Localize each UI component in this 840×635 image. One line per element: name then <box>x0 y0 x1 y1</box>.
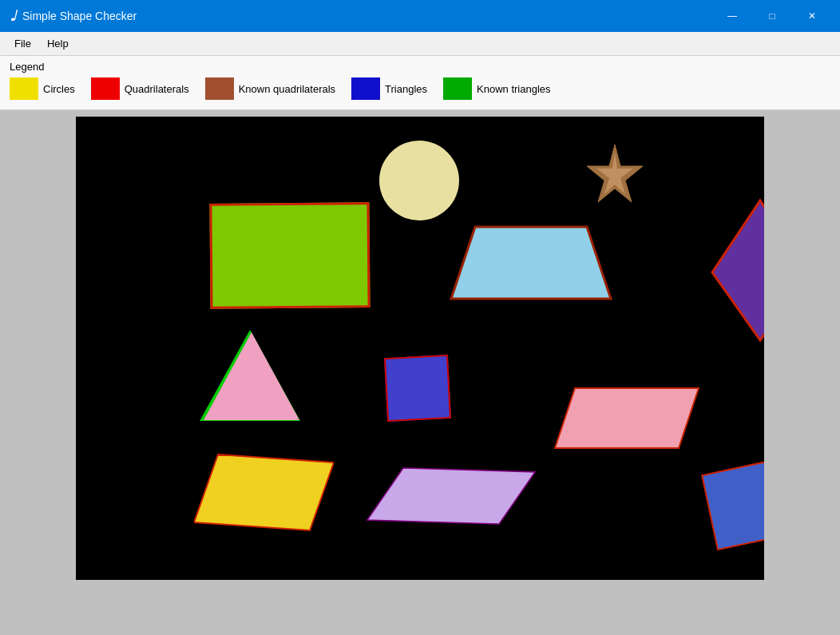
quadrilaterals-swatch <box>91 77 120 100</box>
known-quadrilaterals-swatch <box>205 77 234 100</box>
purple-parallelogram <box>363 464 539 531</box>
legend-circles: Circles <box>10 77 75 100</box>
yellow-quadrilateral <box>194 450 334 538</box>
star-shape <box>579 141 651 216</box>
minimize-button[interactable]: — <box>714 3 751 29</box>
svg-marker-5 <box>194 454 334 530</box>
blue-rectangle-br <box>705 458 764 550</box>
svg-marker-2 <box>451 227 611 299</box>
pink-parallelogram <box>551 384 703 455</box>
maximize-button[interactable]: □ <box>754 3 790 29</box>
known-quadrilaterals-label: Known quadrilaterals <box>239 83 335 95</box>
triangles-swatch <box>351 77 380 100</box>
green-rectangle <box>209 202 370 309</box>
known-triangles-label: Known triangles <box>477 83 551 95</box>
pink-triangle <box>204 332 299 420</box>
svg-marker-7 <box>702 451 764 550</box>
svg-marker-6 <box>367 468 535 524</box>
circle-shape <box>379 141 459 220</box>
legend-items: Circles Quadrilaterals Known quadrilater… <box>10 77 830 100</box>
known-triangles-swatch <box>443 77 472 100</box>
circles-swatch <box>10 77 38 100</box>
legend-bar: Legend Circles Quadrilaterals Known quad… <box>0 56 840 110</box>
triangles-label: Triangles <box>385 83 427 95</box>
help-menu[interactable]: Help <box>39 34 77 53</box>
app-title: Simple Shape Checker <box>22 10 714 22</box>
legend-known-triangles: Known triangles <box>443 77 551 100</box>
svg-marker-4 <box>555 388 699 448</box>
diamond-shape <box>708 196 764 347</box>
legend-title: Legend <box>10 61 830 73</box>
app-icon: ♩ <box>10 7 16 25</box>
blue-square <box>384 355 451 422</box>
legend-quadrilaterals: Quadrilaterals <box>91 77 189 100</box>
window-controls: — □ ✕ <box>714 3 830 29</box>
file-menu[interactable]: File <box>6 34 39 53</box>
legend-triangles: Triangles <box>351 77 427 100</box>
legend-known-quadrilaterals: Known quadrilaterals <box>205 77 335 100</box>
shape-canvas <box>76 117 764 580</box>
quadrilaterals-label: Quadrilaterals <box>125 83 189 95</box>
canvas-area <box>0 110 840 635</box>
title-bar: ♩ Simple Shape Checker — □ ✕ <box>0 0 840 32</box>
trapezoid-shape <box>443 219 619 307</box>
close-button[interactable]: ✕ <box>794 3 830 29</box>
svg-marker-3 <box>712 200 764 340</box>
menu-bar: File Help <box>0 32 840 56</box>
circles-label: Circles <box>43 83 75 95</box>
